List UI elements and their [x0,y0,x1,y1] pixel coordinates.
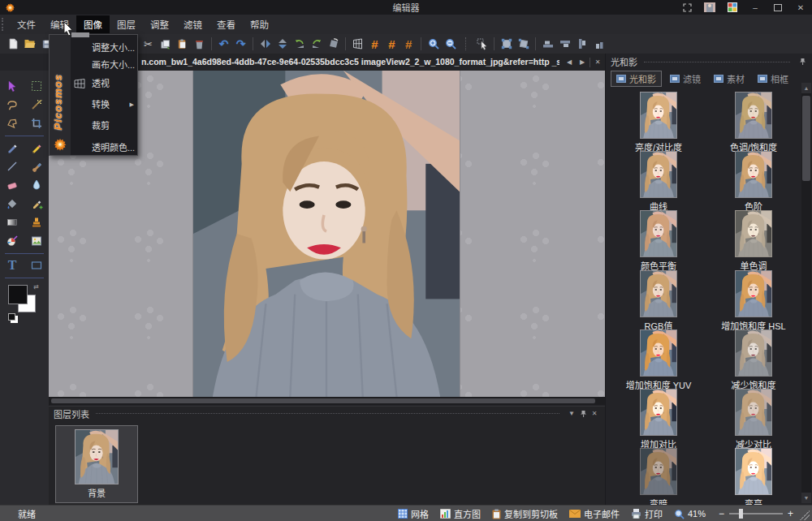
color-wheel-tool[interactable] [3,232,21,249]
tab-filters[interactable]: 滤镜 [665,71,706,86]
perspective-button[interactable] [349,36,366,53]
eraser-tool[interactable] [3,176,21,193]
collapse-panel-button[interactable]: ▼ [566,408,577,420]
zoom-out-control[interactable]: − [719,508,724,519]
copy-to-clipboard-button[interactable]: 复制到剪切板 [492,507,558,520]
resize-grip[interactable] [800,510,810,520]
filter-item[interactable]: 颜色平衡 [614,211,703,272]
grid-toggle-button[interactable]: 网格 [398,507,429,520]
close-button[interactable]: ✕ [789,0,812,15]
redo-button[interactable]: ↷ [232,36,249,53]
filter-item[interactable]: 变暗 [614,449,703,510]
menu-item-resize[interactable]: 调整大小... [71,40,137,56]
filter-item[interactable]: 减少饱和度 [709,330,798,391]
filter-item[interactable]: 增加饱和度 YUV [614,330,703,391]
vertical-scrollbar-thumb[interactable] [802,96,810,181]
texture-tool[interactable] [28,232,45,249]
print-button[interactable]: 打印 [631,507,663,520]
horizontal-scrollbar[interactable] [49,397,605,405]
close-panel-button[interactable]: ✕ [589,408,600,420]
photo-image[interactable] [193,71,460,397]
blur-tool[interactable] [28,176,45,193]
text-tool[interactable]: T [3,256,21,273]
rotate-left-button[interactable] [291,36,308,53]
align-bottom-button[interactable] [539,36,556,53]
brush-tool[interactable] [28,157,45,174]
color-palette-button[interactable] [721,0,744,15]
filter-item[interactable]: 色调/饱和度 [709,93,798,153]
grid-cell-button[interactable]: # [400,36,417,53]
close-tab-button[interactable]: ✕ [592,56,603,69]
align-left-button[interactable] [573,36,590,53]
next-tab-button[interactable]: ▶ [577,56,588,69]
swap-colors-icon[interactable]: ⇄ [33,283,39,291]
layer-item[interactable]: 背景 [55,425,138,503]
preview-image-button[interactable] [698,0,721,15]
menu-item-transform[interactable]: 转换 ▶ [71,97,137,113]
menubar-drag-handle[interactable] [2,18,10,31]
scroll-down-button[interactable]: ▼ [801,493,811,503]
document-tab[interactable]: n.com_bw1_4a6d98ed-4ddb-47ce-9e64-02535b… [141,54,559,71]
filter-item[interactable]: 色阶 [709,152,798,213]
zoom-slider-thumb[interactable] [739,509,743,519]
minimize-button[interactable]: – [744,0,767,15]
maximize-button[interactable] [767,0,789,15]
email-button[interactable]: 电子邮件 [569,507,620,520]
magic-wand-tool[interactable] [28,96,45,113]
transform-selection-button[interactable] [498,36,515,53]
filter-item[interactable]: 单色调 [709,211,798,272]
pin-panel-button[interactable] [577,408,589,420]
filter-item[interactable]: 增加饱和度 HSL [709,271,798,332]
align-top-button[interactable] [556,36,573,53]
rotate-right-button[interactable] [308,36,325,53]
menu-image[interactable]: 图像 [76,15,110,33]
cut-button[interactable]: ✂ [140,36,157,53]
fill-tool[interactable] [3,195,21,212]
color-swatches[interactable]: ⇄ [8,285,37,316]
paste-button[interactable] [174,36,191,53]
marquee-select-tool[interactable] [28,77,45,94]
line-tool[interactable] [3,157,21,174]
grid-tile-button[interactable]: # [383,36,400,53]
gradient-tool[interactable] [3,213,21,230]
move-tool[interactable] [3,77,21,94]
rotate-selection-button[interactable] [515,36,532,53]
grid-split-button[interactable]: # [366,36,383,53]
menu-file[interactable]: 文件 [10,15,43,33]
polygon-lasso-tool[interactable] [3,114,21,131]
crop-tool[interactable] [28,114,45,131]
zoom-in-button[interactable] [425,36,442,53]
menu-item-perspective[interactable]: 透视 [71,75,137,92]
lasso-tool[interactable] [3,96,21,113]
menu-item-canvas-size[interactable]: 画布大小... [71,57,137,73]
pencil-tool[interactable] [28,139,45,156]
fullscreen-button[interactable] [676,0,698,15]
zoom-slider-track[interactable] [729,513,783,515]
stamp-tool[interactable] [28,213,45,230]
default-colors-icon[interactable] [8,313,15,321]
horizontal-scrollbar-thumb[interactable] [51,398,595,403]
pointer-select-button[interactable] [473,36,490,53]
color-picker-tool[interactable] [28,195,45,212]
foreground-color-swatch[interactable] [8,285,28,304]
filter-item[interactable]: 变亮 [709,449,798,510]
menu-layer[interactable]: 图层 [110,15,143,33]
prev-tab-button[interactable]: ◀ [564,56,575,69]
open-file-button[interactable] [21,36,38,53]
filter-item[interactable]: 曲线 [614,152,703,213]
align-right-button[interactable] [590,36,607,53]
copy-button[interactable] [157,36,174,53]
zoom-in-control[interactable]: + [788,508,793,519]
filter-item[interactable]: RGB值 [614,271,703,332]
flip-horizontal-button[interactable] [257,36,274,53]
tab-light-and-shadow[interactable]: 光和影 [611,71,662,87]
vertical-scrollbar[interactable]: ▲ ▼ [801,83,811,503]
menu-view[interactable]: 查看 [209,15,243,33]
filter-item[interactable]: 减少对比 [709,390,798,450]
histogram-button[interactable]: 直方图 [440,507,481,520]
filter-item[interactable]: 增加对比 [614,390,703,450]
filter-item[interactable]: 亮度/对比度 [614,93,703,153]
menu-filter[interactable]: 滤镜 [176,15,209,33]
tab-materials[interactable]: 素材 [709,71,749,86]
free-rotate-button[interactable] [325,36,342,53]
